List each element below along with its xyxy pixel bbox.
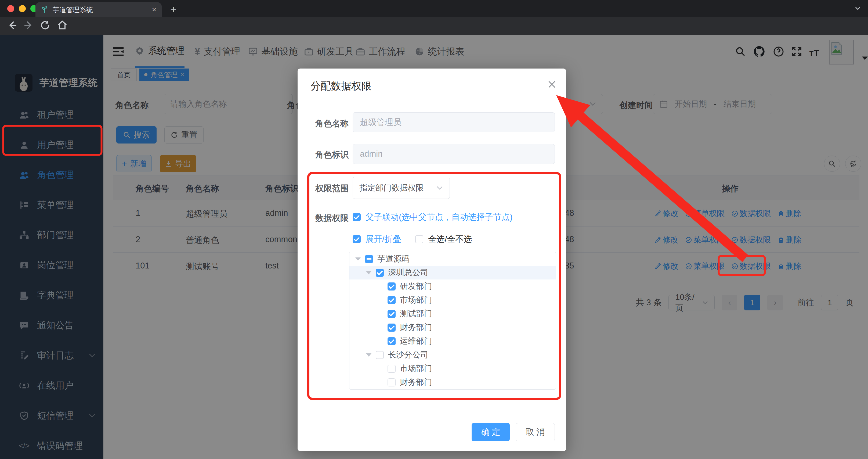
tab-title: 芋道管理系统	[53, 5, 152, 14]
scope-value: 指定部门数据权限	[359, 182, 424, 194]
option-label: 全选/全不选	[428, 233, 472, 245]
checkbox-checked-icon[interactable]	[388, 282, 396, 290]
caret-down-icon[interactable]	[366, 353, 371, 356]
checkbox-checked-icon	[352, 235, 361, 243]
checkbox-unchecked-icon[interactable]	[376, 351, 384, 359]
tree-node-label: 财务部门	[400, 322, 432, 333]
tree-node-label: 市场部门	[400, 363, 432, 374]
dept-tree: 芋道源码 深圳总公司 研发部门 市场部门 测试部门 财务部门	[349, 252, 556, 390]
browser-tabstrip: 芋道管理系统 × +	[0, 0, 868, 17]
dialog-title: 分配数据权限	[310, 79, 372, 93]
tree-node-root[interactable]: 芋道源码	[349, 252, 556, 266]
browser-toolbar: 不安全 dashboard.yudao.iocoder.cn/system/ro…	[0, 17, 868, 35]
screen: 芋道管理系统 × + 不安全 dashboard.yudao.iocoder.c…	[0, 0, 868, 459]
option-label: 展开/折叠	[366, 233, 401, 245]
chevron-down-icon	[436, 186, 443, 190]
checkbox-unchecked-icon[interactable]	[388, 378, 396, 386]
tree-node-branch[interactable]: 长沙分公司	[349, 348, 556, 362]
checkbox-checked-icon[interactable]	[388, 296, 396, 304]
tree-node-dept[interactable]: 财务部门	[349, 375, 556, 389]
reload-icon[interactable]	[40, 20, 51, 31]
select-all-checkbox[interactable]: 全选/全不选	[415, 233, 472, 245]
back-icon[interactable]	[7, 20, 18, 31]
favicon-sprout-icon	[41, 6, 48, 13]
tree-node-dept[interactable]: 财务部门	[349, 321, 556, 334]
checkbox-checked-icon	[352, 213, 361, 221]
tree-node-label: 测试部门	[400, 308, 432, 319]
role-name-label: 角色名称	[315, 118, 349, 129]
checkbox-checked-icon[interactable]	[388, 337, 396, 345]
role-key-label: 角色标识	[315, 149, 349, 161]
tree-node-label: 研发部门	[400, 281, 432, 292]
option-label: 父子联动(选中父节点，自动选择子节点)	[366, 211, 513, 223]
tree-node-dept[interactable]: 研发部门	[349, 280, 556, 293]
scope-label: 权限范围	[315, 183, 349, 194]
tree-node-label: 深圳总公司	[388, 267, 428, 278]
forward-icon[interactable]	[23, 20, 34, 31]
tree-node-company[interactable]: 深圳总公司	[349, 266, 556, 280]
tree-node-label: 财务部门	[400, 377, 432, 388]
scope-select[interactable]: 指定部门数据权限	[352, 177, 450, 199]
checkbox-unchecked-icon	[415, 235, 423, 243]
tree-node-dept[interactable]: 市场部门	[349, 362, 556, 375]
tree-node-dept[interactable]: 测试部门	[349, 307, 556, 321]
checkbox-unchecked-icon[interactable]	[388, 365, 396, 373]
tree-node-dept[interactable]: 运维部门	[349, 334, 556, 348]
tab-list-caret-icon[interactable]	[855, 6, 861, 11]
cancel-button[interactable]: 取 消	[516, 423, 555, 441]
home-icon[interactable]	[57, 20, 68, 31]
checkbox-checked-icon[interactable]	[388, 310, 396, 318]
value: admin	[360, 149, 382, 159]
tab-close-icon[interactable]: ×	[152, 5, 156, 14]
data-perm-label: 数据权限	[315, 212, 349, 224]
caret-down-icon[interactable]	[366, 271, 371, 275]
new-tab-button[interactable]: +	[170, 4, 177, 16]
checkbox-checked-icon[interactable]	[376, 269, 384, 277]
window-close-button[interactable]	[7, 5, 14, 12]
checkbox-indeterminate-icon[interactable]	[365, 255, 373, 263]
role-name-disabled-input: 超级管理员	[352, 112, 555, 132]
caret-down-icon[interactable]	[355, 257, 361, 261]
expand-collapse-checkbox[interactable]: 展开/折叠	[352, 233, 401, 245]
assign-data-permission-dialog: 分配数据权限 角色名称 超级管理员 角色标识 admin 权限范围 指定部门数据…	[298, 68, 566, 451]
value: 超级管理员	[360, 117, 402, 128]
dialog-close-icon[interactable]	[547, 80, 556, 89]
tree-node-label: 市场部门	[400, 294, 432, 306]
window-minimize-button[interactable]	[19, 5, 26, 12]
browser-tab[interactable]: 芋道管理系统 ×	[35, 2, 162, 17]
confirm-button[interactable]: 确 定	[472, 423, 510, 441]
link-parent-child-checkbox[interactable]: 父子联动(选中父节点，自动选择子节点)	[352, 211, 513, 223]
role-key-disabled-input: admin	[352, 144, 555, 164]
checkbox-checked-icon[interactable]	[388, 323, 396, 332]
tree-node-label: 长沙分公司	[388, 349, 428, 361]
tree-node-label: 运维部门	[400, 336, 432, 347]
tree-node-dept[interactable]: 市场部门	[349, 293, 556, 307]
tree-node-label: 芋道源码	[377, 253, 409, 264]
